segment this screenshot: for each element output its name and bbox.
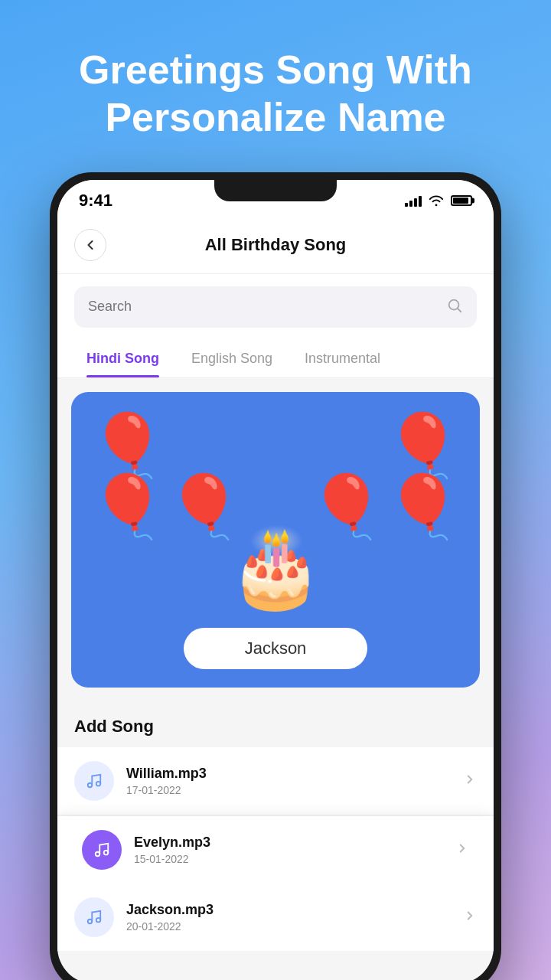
signal-icon <box>405 194 422 207</box>
top-nav: All Birthday Song <box>57 217 494 274</box>
song-date-jackson: 20-01-2022 <box>126 920 451 933</box>
svg-point-3 <box>96 852 100 857</box>
search-icon <box>446 297 463 317</box>
song-icon-evelyn <box>82 830 122 870</box>
cake-emoji: 🎂 <box>228 522 324 612</box>
song-name-evelyn: Evelyn.mp3 <box>134 835 443 851</box>
song-item-jackson[interactable]: Jackson.mp3 20-01-2022 <box>57 884 494 951</box>
phone-frame: 9:41 <box>50 172 501 980</box>
song-info-evelyn: Evelyn.mp3 15-01-2022 <box>134 835 443 865</box>
svg-point-5 <box>88 920 93 924</box>
song-date-evelyn: 15-01-2022 <box>134 853 443 865</box>
chevron-right-evelyn <box>455 841 469 858</box>
balloons-area: 🎈🎈🎈 🎈🎈🎈 <box>90 415 461 537</box>
tab-hindi-song[interactable]: Hindi Song <box>74 340 171 377</box>
svg-point-6 <box>96 918 101 923</box>
search-container <box>57 274 494 340</box>
phone-notch <box>214 180 337 201</box>
song-info-jackson: Jackson.mp3 20-01-2022 <box>126 902 451 933</box>
tab-english-song[interactable]: English Song <box>179 340 285 377</box>
chevron-right-william <box>463 773 477 789</box>
song-icon-william <box>74 761 114 801</box>
svg-point-4 <box>104 851 109 855</box>
search-box <box>74 286 477 328</box>
status-time: 9:41 <box>79 191 112 211</box>
balloons-left: 🎈🎈🎈 <box>90 415 243 537</box>
birthday-card: 🎈🎈🎈 🎈🎈🎈 🎂 Jackson <box>71 392 480 688</box>
back-button[interactable] <box>74 229 106 261</box>
song-name-william: William.mp3 <box>126 766 451 782</box>
page-title: All Birthday Song <box>106 235 445 255</box>
song-name-jackson: Jackson.mp3 <box>126 902 451 918</box>
battery-icon <box>451 195 472 206</box>
svg-point-2 <box>96 782 101 786</box>
song-date-william: 17-01-2022 <box>126 784 451 796</box>
balloons-right: 🎈🎈🎈 <box>308 415 461 537</box>
hero-title: Greetings Song With Personalize Name <box>33 0 518 172</box>
name-input[interactable]: Jackson <box>184 628 367 669</box>
svg-point-1 <box>88 783 93 788</box>
phone-screen: 9:41 <box>57 180 494 980</box>
add-song-section: Add Song <box>57 701 494 747</box>
chevron-right-jackson <box>463 909 477 926</box>
add-song-title: Add Song <box>74 717 477 737</box>
search-input[interactable] <box>88 299 439 315</box>
song-info-william: William.mp3 17-01-2022 <box>126 766 451 796</box>
svg-point-0 <box>449 299 459 309</box>
tab-instrumental[interactable]: Instrumental <box>292 340 393 377</box>
song-list: William.mp3 17-01-2022 <box>57 747 494 951</box>
status-icons <box>405 194 472 207</box>
song-item-evelyn[interactable]: Evelyn.mp3 15-01-2022 <box>57 816 494 884</box>
song-item-william[interactable]: William.mp3 17-01-2022 <box>57 747 494 815</box>
wifi-icon <box>428 194 445 207</box>
song-icon-jackson <box>74 897 114 937</box>
tabs-container: Hindi Song English Song Instrumental <box>57 340 494 378</box>
